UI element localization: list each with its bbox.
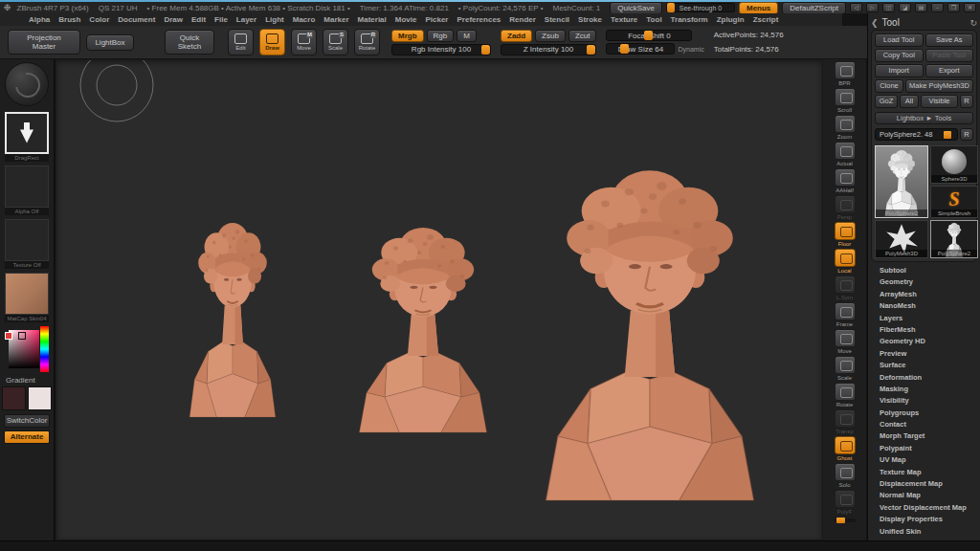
focal-shift-handle[interactable] (644, 31, 653, 40)
copy-tool-button[interactable]: Copy Tool (875, 49, 924, 62)
right-shelf-button[interactable]: Rotate (831, 383, 859, 408)
make-polymesh3d-button[interactable]: Make PolyMesh3D (905, 79, 973, 93)
tool-section-header[interactable]: Masking (871, 384, 977, 395)
goz-r-button[interactable]: R (960, 95, 973, 108)
menu-item[interactable]: Material (358, 15, 387, 24)
menu-item[interactable]: Zplugin (717, 15, 745, 24)
tool-section-header[interactable]: Geometry (871, 276, 977, 288)
tool-section-header[interactable]: Unified Skin (871, 526, 977, 538)
dock-left-icon[interactable]: ◁ (850, 3, 862, 12)
quicksave-button[interactable]: QuickSave (610, 2, 662, 14)
cycle-icon[interactable]: ↻ (969, 18, 977, 28)
tool-section-header[interactable]: Vector Displacement Map (871, 502, 977, 514)
polymesh3d-thumbnail[interactable]: PolyMesh3D (875, 220, 928, 258)
right-shelf-button[interactable]: Solo (831, 463, 859, 489)
right-shelf-button[interactable]: Ghost (831, 436, 859, 462)
save-as-button[interactable]: Save As (925, 33, 974, 47)
stroke-selector[interactable] (5, 112, 49, 154)
import-button[interactable]: Import (875, 64, 924, 77)
alpha-selector[interactable] (5, 165, 49, 208)
tool-section-header[interactable]: Morph Target (871, 430, 977, 442)
right-shelf-button[interactable]: Actual (831, 142, 859, 167)
menu-item[interactable]: Marker (323, 15, 348, 24)
menu-item[interactable]: Draw (164, 15, 183, 24)
menus-toggle-button[interactable]: Menus (739, 2, 778, 14)
menu-item[interactable]: File (214, 15, 228, 24)
menu-item[interactable]: Stencil (545, 15, 569, 24)
zadd-button[interactable]: Zadd (501, 30, 532, 42)
projection-master-button[interactable]: Projection Master (8, 30, 80, 55)
current-tool-slider[interactable]: PolySphere2. 48 (875, 128, 958, 141)
tool-section-header[interactable]: FiberMesh (871, 324, 977, 336)
alternate-button[interactable]: Alternate (4, 430, 50, 444)
goz-all-button[interactable]: All (900, 95, 919, 108)
right-shelf-button[interactable]: AAHalf (831, 168, 859, 194)
menu-item[interactable]: Edit (191, 15, 206, 24)
menu-item[interactable]: Stroke (578, 15, 602, 24)
paste-tool-button[interactable]: Paste Tool (925, 49, 974, 62)
goz-button[interactable]: GoZ (875, 95, 898, 108)
bust-model-small[interactable] (189, 223, 276, 417)
sphere3d-thumbnail[interactable]: Sphere3D (930, 145, 978, 184)
right-shelf-button[interactable]: Move (831, 329, 859, 355)
spix-slider[interactable] (835, 518, 856, 522)
simplebrush-thumbnail[interactable]: S SimpleBrush (930, 186, 978, 218)
lightbox-tools-button[interactable]: Lightbox ► Tools (875, 112, 973, 124)
right-shelf-button[interactable]: Local (831, 249, 859, 275)
default-zscript-button[interactable]: DefaultZScript (782, 2, 846, 14)
close-icon[interactable]: ✕ (964, 3, 976, 12)
rgb-button[interactable]: Rgb (427, 30, 455, 42)
menu-item[interactable]: Alpha (29, 15, 50, 24)
rotate-mode-button[interactable]: R Rotate (354, 29, 380, 55)
document-canvas[interactable] (56, 59, 823, 540)
right-shelf-button[interactable]: Zoom (831, 115, 859, 141)
tool-section-header[interactable]: Layers (871, 313, 977, 324)
rgb-intensity-slider[interactable]: Rgb Intensity 100 (391, 44, 491, 55)
color-picker[interactable] (5, 326, 49, 372)
focal-shift-slider[interactable]: Focal Shift 0 (606, 30, 692, 41)
menu-item[interactable]: Macro (293, 15, 316, 24)
load-tool-button[interactable]: Load Tool (875, 33, 924, 47)
menu-item[interactable]: Tool (646, 15, 661, 24)
tool-section-header[interactable]: UV Map (871, 454, 977, 466)
switch-color-button[interactable]: SwitchColor (4, 414, 50, 428)
right-shelf-button[interactable]: PolyF (831, 490, 859, 516)
right-shelf-button[interactable]: BPR (831, 61, 859, 87)
goz-visible-button[interactable]: Visible (921, 95, 958, 108)
bust-model-large[interactable] (546, 170, 754, 500)
tool-section-header[interactable]: Deformation (871, 372, 977, 384)
tool-section-header[interactable]: Preview (871, 348, 977, 360)
minimize-icon[interactable]: – (931, 3, 944, 12)
mrgb-button[interactable]: Mrgb (391, 30, 424, 42)
right-shelf-button[interactable]: Frame (831, 302, 859, 328)
right-shelf-button[interactable]: L.Sym (831, 276, 859, 301)
collapse-chevron-icon[interactable]: ❮ (871, 18, 879, 28)
draw-mode-button[interactable]: Draw (259, 29, 285, 55)
draw-size-slider[interactable]: Draw Size 64 (606, 43, 675, 55)
bust-model-medium[interactable] (360, 228, 487, 432)
menu-item[interactable]: Movie (395, 15, 417, 24)
right-shelf-button[interactable]: Transp (831, 409, 859, 435)
right-shelf-button[interactable]: Persp (831, 195, 859, 221)
scale-mode-button[interactable]: S Scale (323, 29, 348, 55)
m-button[interactable]: M (457, 30, 477, 42)
tool-section-header[interactable]: Visibility (871, 395, 977, 407)
hue-strip[interactable] (40, 326, 49, 372)
see-through-slider[interactable]: See-through 0 (666, 3, 735, 12)
tool-section-header[interactable]: ArrayMesh (871, 289, 977, 300)
menu-item[interactable]: Document (118, 15, 155, 24)
menu-item[interactable]: Preferences (457, 15, 501, 24)
edit-mode-button[interactable]: Edit (228, 29, 254, 55)
tool-section-header[interactable]: Geometry HD (871, 336, 977, 347)
tool-section-header[interactable]: Surface (871, 360, 977, 371)
menu-item[interactable]: Render (509, 15, 536, 24)
z-intensity-slider[interactable]: Z Intensity 100 (501, 44, 596, 55)
rgb-intensity-handle[interactable] (481, 45, 490, 55)
polysphere2-thumbnail[interactable]: PolySphere2 (930, 220, 978, 258)
panel-right-icon[interactable]: ◪ (899, 3, 911, 12)
secondary-color-swatch[interactable] (28, 386, 52, 410)
material-selector[interactable] (5, 273, 49, 315)
tool-section-header[interactable]: Displacement Map (871, 478, 977, 490)
menu-item[interactable]: Color (89, 15, 109, 24)
export-button[interactable]: Export (925, 64, 974, 77)
